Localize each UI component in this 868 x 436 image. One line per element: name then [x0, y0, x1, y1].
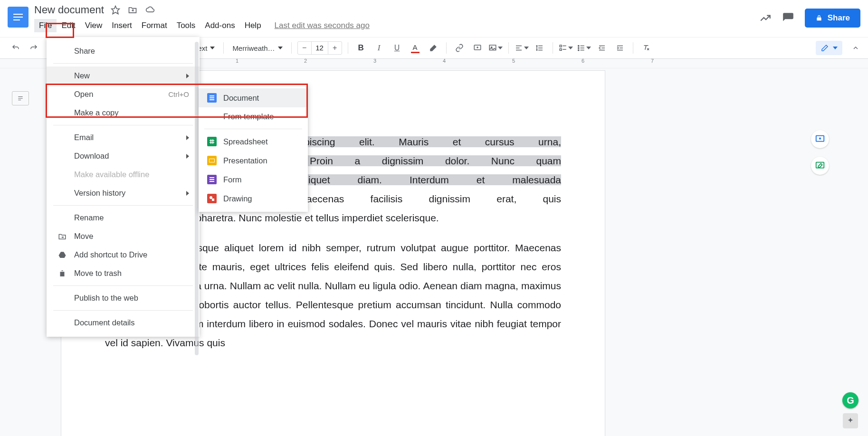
menu-help[interactable]: Help — [240, 19, 266, 32]
line-spacing-button[interactable] — [533, 41, 547, 55]
chevron-down-icon — [568, 47, 573, 49]
menu-item-label: Document — [223, 94, 259, 103]
clear-formatting-button[interactable] — [639, 41, 653, 55]
menu-tools[interactable]: Tools — [172, 19, 200, 32]
undo-button[interactable] — [9, 41, 23, 55]
document-title[interactable]: New document — [34, 4, 104, 16]
explore-button[interactable] — [843, 413, 858, 428]
ruler-tick: 6 — [582, 58, 584, 64]
submenu-document[interactable]: Document — [199, 88, 308, 107]
activity-icon[interactable] — [759, 12, 772, 24]
submenu-spreadsheet[interactable]: Spreadsheet — [199, 132, 308, 151]
submenu-from-template[interactable]: From template — [199, 107, 308, 126]
forms-icon — [207, 175, 217, 184]
docs-logo-icon[interactable] — [8, 7, 29, 28]
chevron-down-icon — [524, 47, 529, 49]
font-size-decrease[interactable]: − — [298, 42, 311, 54]
chevron-down-icon — [278, 47, 283, 49]
cloud-status-icon[interactable] — [145, 5, 155, 15]
submenu-drawing[interactable]: Drawing — [199, 189, 308, 208]
submenu-form[interactable]: Form — [199, 170, 308, 189]
redo-button[interactable] — [27, 41, 41, 55]
add-comment-side-button[interactable] — [811, 130, 829, 148]
menu-item-label: Email — [74, 133, 94, 142]
move-folder-icon[interactable] — [128, 5, 137, 15]
last-edit-link[interactable]: Last edit was seconds ago — [275, 21, 370, 30]
add-comment-button[interactable] — [470, 41, 485, 55]
menu-item-label: Document details — [74, 318, 134, 327]
file-menu-email[interactable]: Email — [47, 128, 200, 147]
menu-item-label: Publish to the web — [74, 294, 138, 303]
file-menu-rename[interactable]: Rename — [47, 209, 200, 227]
submenu-presentation[interactable]: Presentation — [199, 151, 308, 170]
menu-item-label: Move — [74, 232, 93, 241]
file-menu-publish[interactable]: Publish to the web — [47, 289, 200, 307]
file-menu-open[interactable]: OpenCtrl+O — [47, 85, 200, 104]
file-menu-trash[interactable]: Move to trash — [47, 264, 200, 283]
submenu-arrow-icon — [186, 135, 189, 140]
file-menu-download[interactable]: Download — [47, 147, 200, 165]
insert-link-button[interactable] — [452, 41, 467, 55]
bulleted-list-button[interactable] — [577, 41, 591, 55]
editing-mode-dropdown[interactable] — [816, 41, 842, 55]
svg-rect-12 — [212, 199, 214, 201]
increase-indent-button[interactable] — [613, 41, 627, 55]
ruler-tick: 3 — [373, 58, 376, 64]
file-menu-make-copy[interactable]: Make a copy — [47, 104, 200, 122]
menu-item-label: Make available offline — [74, 170, 149, 179]
font-size-value[interactable]: 12 — [311, 42, 328, 54]
menu-item-label: Make a copy — [74, 108, 119, 117]
comments-icon[interactable] — [782, 12, 794, 24]
highlight-button[interactable] — [426, 41, 440, 55]
submenu-arrow-icon — [186, 74, 189, 78]
font-size-increase[interactable]: + — [328, 42, 342, 54]
grammarly-icon[interactable]: G — [842, 392, 858, 408]
drive-icon — [57, 251, 67, 259]
checklist-button[interactable] — [559, 41, 573, 55]
submenu-arrow-icon — [186, 154, 189, 159]
menu-item-label: Rename — [74, 213, 104, 222]
menu-view[interactable]: View — [80, 19, 107, 32]
underline-button[interactable]: U — [390, 41, 404, 55]
lock-icon — [815, 14, 823, 22]
ruler-tick: 5 — [512, 58, 515, 64]
menu-file[interactable]: File — [34, 19, 57, 32]
pencil-icon — [820, 44, 829, 52]
collapse-toolbar-button[interactable] — [852, 44, 859, 52]
share-button-label: Share — [828, 13, 850, 23]
menu-edit[interactable]: Edit — [57, 19, 80, 32]
italic-button[interactable]: I — [372, 41, 386, 55]
file-menu-add-shortcut[interactable]: Add shortcut to Drive — [47, 246, 200, 264]
align-button[interactable] — [515, 41, 529, 55]
text-color-button[interactable]: A — [408, 41, 422, 55]
svg-point-7 — [578, 47, 579, 48]
share-button[interactable]: Share — [805, 9, 860, 28]
menu-addons[interactable]: Add-ons — [200, 19, 239, 32]
menu-item-label: Drawing — [223, 194, 252, 203]
file-menu-version-history[interactable]: Version history — [47, 184, 200, 202]
font-size-stepper: − 12 + — [297, 41, 342, 55]
bold-button[interactable]: B — [354, 41, 368, 55]
menu-item-label: From template — [223, 112, 274, 121]
file-menu-move[interactable]: Move — [47, 227, 200, 246]
suggest-edits-side-button[interactable] — [811, 157, 829, 175]
font-family-dropdown[interactable]: Merriweath… — [229, 42, 285, 54]
file-menu-document-details[interactable]: Document details — [47, 313, 200, 332]
submenu-arrow-icon — [186, 191, 189, 196]
chevron-down-icon — [586, 47, 591, 49]
menu-item-label: Presentation — [223, 156, 267, 165]
file-menu-dropdown: Share New OpenCtrl+O Make a copy Email D… — [47, 37, 200, 337]
outline-toggle-icon[interactable] — [12, 91, 29, 105]
file-menu-new[interactable]: New — [47, 66, 200, 85]
decrease-indent-button[interactable] — [595, 41, 609, 55]
insert-image-button[interactable] — [488, 41, 503, 55]
file-menu-share[interactable]: Share — [47, 42, 200, 60]
star-icon[interactable] — [111, 5, 120, 15]
ruler-tick: 1 — [236, 58, 238, 64]
menu-insert[interactable]: Insert — [107, 19, 137, 32]
menu-bar: File Edit View Insert Format Tools Add-o… — [34, 19, 370, 32]
file-menu-offline: Make available offline — [47, 165, 200, 184]
menu-format[interactable]: Format — [137, 19, 172, 32]
folder-move-icon — [57, 232, 67, 241]
trash-icon — [57, 269, 67, 278]
